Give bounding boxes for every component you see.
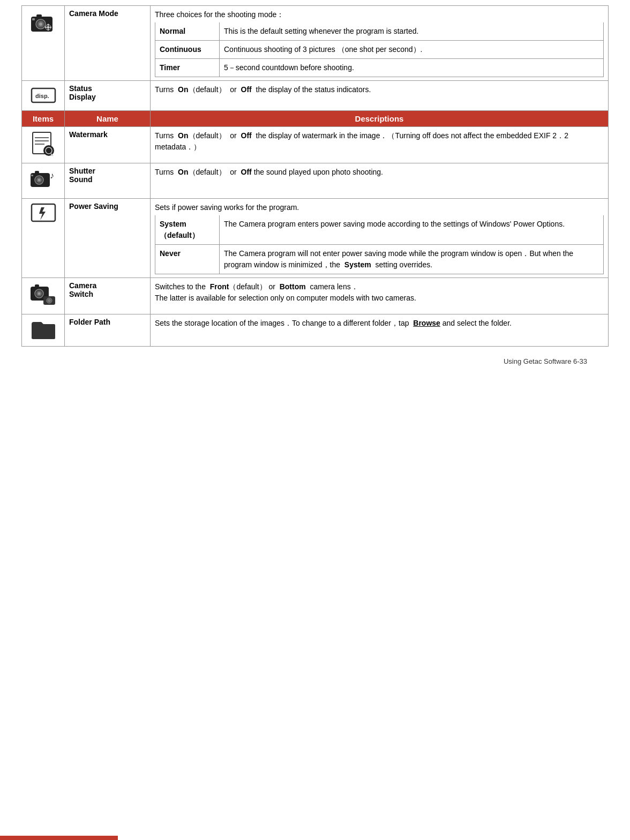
off-term: Off: [241, 85, 252, 94]
never-name: Never: [155, 245, 220, 274]
svg-point-7: [47, 26, 49, 29]
svg-point-38: [48, 299, 51, 302]
table-row: Camera Mode Three choices for the shooti…: [22, 6, 609, 81]
camera-switch-icon-cell: [22, 278, 65, 314]
shutter-sound-desc: Turns On（default） or Off the sound playe…: [151, 163, 609, 199]
shutter-sound-name: ShutterSound: [65, 163, 151, 199]
folder-path-name: Folder Path: [65, 314, 151, 347]
footer: Using Getac Software 6-33: [21, 347, 609, 371]
table-row: System（default） The Camera program enter…: [155, 215, 604, 245]
power-saving-inner-table: System（default） The Camera program enter…: [155, 215, 604, 274]
table-row: ♪ ShutterSound Turns On（default） or Off …: [22, 163, 609, 199]
on-term: On: [178, 85, 188, 94]
off-term2: Off: [241, 131, 252, 140]
power-saving-icon: [29, 202, 57, 226]
never-desc: The Camera program will not enter power …: [220, 245, 604, 274]
normal-desc: This is the default setting whenever the…: [220, 22, 604, 41]
status-display-icon-cell: disp.: [22, 81, 65, 111]
power-saving-top: Sets if power saving works for the progr…: [155, 202, 604, 213]
svg-rect-4: [36, 14, 42, 17]
power-saving-icon-cell: [22, 199, 65, 278]
table-row: Watermark Turns On（default） or Off the d…: [22, 127, 609, 163]
camera-mode-name: Camera Mode: [65, 6, 151, 81]
table-row: CameraSwitch Switches to the Front（defau…: [22, 278, 609, 314]
header-name: Name: [65, 111, 151, 127]
svg-rect-28: [31, 175, 33, 176]
svg-rect-11: [50, 27, 51, 28]
camera-mode-icon-cell: [22, 6, 65, 81]
svg-rect-10: [45, 27, 47, 28]
footer-bar: [0, 836, 118, 840]
timer-desc: 5－second countdown before shooting.: [220, 59, 604, 77]
svg-point-20: [43, 145, 54, 156]
system-name: System（default）: [155, 215, 220, 245]
svg-rect-27: [35, 171, 39, 174]
continuous-desc: Continuous shooting of 3 pictures （one s…: [220, 41, 604, 59]
camera-switch-desc: Switches to the Front（default） or Bottom…: [151, 278, 609, 314]
camera-mode-inner-table: Normal This is the default setting whene…: [155, 22, 604, 77]
status-display-desc: Turns On（default） or Off the display of …: [151, 81, 609, 111]
table-row: Timer 5－second countdown before shooting…: [155, 59, 604, 77]
header-descriptions: Descriptions: [151, 111, 609, 127]
folder-path-desc: Sets the storage location of the images．…: [151, 314, 609, 347]
browse-term: Browse: [413, 319, 440, 327]
watermark-name: Watermark: [65, 127, 151, 163]
table-row: disp. StatusDisplay Turns On（default） or…: [22, 81, 609, 111]
bottom-term: Bottom: [280, 282, 306, 291]
table-row: Never The Camera program will not enter …: [155, 245, 604, 274]
camera-switch-icon: [28, 281, 58, 309]
shutter-sound-icon-cell: ♪: [22, 163, 65, 199]
svg-rect-35: [35, 284, 39, 287]
timer-name: Timer: [155, 59, 220, 77]
camera-mode-icon: [29, 9, 58, 38]
folder-path-icon-cell: [22, 314, 65, 347]
status-display-icon: disp.: [29, 84, 58, 106]
svg-point-34: [38, 292, 40, 295]
table-row: Folder Path Sets the storage location of…: [22, 314, 609, 347]
folder-path-icon: [29, 318, 57, 341]
table-row: Continuous Continuous shooting of 3 pict…: [155, 41, 604, 59]
system-term: System: [344, 260, 371, 269]
svg-text:disp.: disp.: [35, 93, 49, 99]
svg-point-3: [39, 22, 42, 26]
header-items: Items: [22, 111, 65, 127]
shutter-sound-icon: ♪: [28, 167, 58, 193]
continuous-name: Continuous: [155, 41, 220, 59]
svg-rect-5: [32, 18, 35, 20]
svg-point-26: [38, 179, 40, 182]
camera-switch-name: CameraSwitch: [65, 278, 151, 314]
camera-mode-top-desc: Three choices for the shooting mode：: [155, 9, 604, 20]
power-saving-desc: Sets if power saving works for the progr…: [151, 199, 609, 278]
page-wrapper: Camera Mode Three choices for the shooti…: [0, 0, 630, 403]
table-row: Power Saving Sets if power saving works …: [22, 199, 609, 278]
svg-text:♪: ♪: [50, 171, 54, 180]
watermark-icon-cell: [22, 127, 65, 163]
header-row: Items Name Descriptions: [22, 111, 609, 127]
front-term: Front: [210, 282, 229, 291]
watermark-icon: [29, 130, 57, 158]
power-saving-name: Power Saving: [65, 199, 151, 278]
status-display-name: StatusDisplay: [65, 81, 151, 111]
off-term3: Off: [241, 168, 252, 176]
camera-mode-desc: Three choices for the shooting mode： Nor…: [151, 6, 609, 81]
svg-rect-9: [48, 29, 49, 31]
footer-text: Using Getac Software 6-33: [504, 357, 587, 365]
on-term3: On: [178, 168, 188, 176]
on-term2: On: [178, 131, 188, 140]
system-desc: The Camera program enters power saving m…: [220, 215, 604, 245]
normal-name: Normal: [155, 22, 220, 41]
main-table: Camera Mode Three choices for the shooti…: [21, 5, 609, 347]
table-row: Normal This is the default setting whene…: [155, 22, 604, 41]
watermark-desc: Turns On（default） or Off the display of …: [151, 127, 609, 163]
